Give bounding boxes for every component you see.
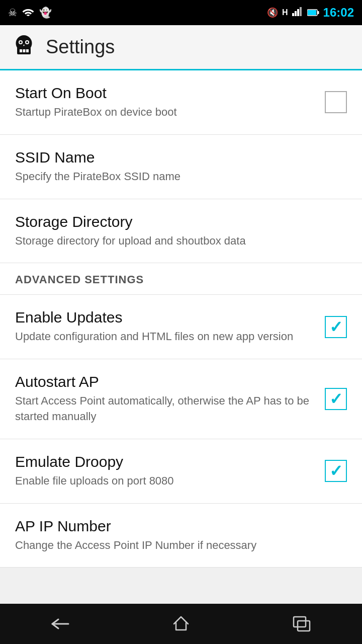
app-bar: Settings bbox=[0, 25, 362, 70]
battery-icon bbox=[307, 6, 319, 19]
svg-rect-14 bbox=[23, 49, 26, 52]
svg-rect-3 bbox=[300, 7, 302, 16]
svg-rect-1 bbox=[295, 11, 297, 16]
autostart-ap-checkbox[interactable] bbox=[325, 388, 347, 410]
svg-rect-13 bbox=[20, 49, 22, 52]
status-bar: ☠ 👻 🔇 H 16:02 bbox=[0, 0, 362, 25]
recent-apps-button[interactable] bbox=[287, 609, 317, 639]
setting-ssid-name-desc: Specify the PirateBox SSID name bbox=[15, 169, 337, 185]
setting-ap-ip-number-title: AP IP Number bbox=[15, 518, 337, 535]
setting-start-on-boot-desc: Startup PirateBox on device boot bbox=[15, 105, 315, 120]
setting-storage-directory-desc: Storage directory for upload and shoutbo… bbox=[15, 233, 337, 249]
setting-start-on-boot-text: Start On Boot Startup PirateBox on devic… bbox=[15, 85, 325, 120]
ghost-icon: 👻 bbox=[39, 7, 52, 19]
signal-strength-text: H bbox=[282, 8, 288, 17]
emulate-droopy-checkbox[interactable] bbox=[325, 460, 347, 482]
status-time: 16:02 bbox=[323, 6, 354, 20]
setting-ap-ip-number-text: AP IP Number Change the Access Point IP … bbox=[15, 518, 347, 553]
svg-rect-16 bbox=[294, 617, 306, 627]
svg-rect-0 bbox=[292, 13, 294, 16]
status-bar-right-icons: 🔇 H 16:02 bbox=[267, 6, 354, 20]
nav-bar bbox=[0, 604, 362, 644]
setting-emulate-droopy-desc: Enable file uploads on port 8080 bbox=[15, 473, 315, 489]
setting-autostart-ap[interactable]: Autostart AP Start Access Point automati… bbox=[0, 359, 362, 439]
status-bar-left-icons: ☠ 👻 bbox=[8, 7, 52, 19]
setting-autostart-ap-desc: Start Access Point automatically, otherw… bbox=[15, 393, 315, 425]
setting-ssid-name-title: SSID Name bbox=[15, 149, 337, 166]
setting-storage-directory-text: Storage Directory Storage directory for … bbox=[15, 213, 347, 249]
setting-emulate-droopy-title: Emulate Droopy bbox=[15, 453, 315, 470]
advanced-settings-label: ADVANCED SETTINGS bbox=[15, 273, 144, 286]
setting-emulate-droopy[interactable]: Emulate Droopy Enable file uploads on po… bbox=[0, 439, 362, 504]
wifi-icon bbox=[22, 7, 34, 19]
setting-enable-updates[interactable]: Enable Updates Update configuration and … bbox=[0, 295, 362, 359]
svg-point-12 bbox=[26, 41, 28, 43]
setting-ap-ip-number[interactable]: AP IP Number Change the Access Point IP … bbox=[0, 504, 362, 568]
svg-point-11 bbox=[20, 41, 22, 43]
setting-autostart-ap-text: Autostart AP Start Access Point automati… bbox=[15, 373, 325, 425]
skull-icon: ☠ bbox=[8, 7, 17, 19]
start-on-boot-checkbox[interactable] bbox=[325, 91, 347, 113]
setting-storage-directory-title: Storage Directory bbox=[15, 213, 337, 230]
setting-enable-updates-title: Enable Updates bbox=[15, 309, 315, 326]
settings-list: Start On Boot Startup PirateBox on devic… bbox=[0, 70, 362, 568]
back-button[interactable] bbox=[45, 609, 75, 639]
setting-start-on-boot[interactable]: Start On Boot Startup PirateBox on devic… bbox=[0, 70, 362, 135]
home-button[interactable] bbox=[166, 609, 196, 639]
setting-ssid-name[interactable]: SSID Name Specify the PirateBox SSID nam… bbox=[0, 135, 362, 199]
mute-icon: 🔇 bbox=[267, 7, 278, 18]
signal-icon bbox=[292, 6, 303, 19]
svg-rect-15 bbox=[26, 49, 29, 52]
setting-storage-directory[interactable]: Storage Directory Storage directory for … bbox=[0, 199, 362, 264]
setting-enable-updates-desc: Update configuration and HTML files on n… bbox=[15, 329, 315, 345]
setting-autostart-ap-title: Autostart AP bbox=[15, 373, 315, 390]
app-logo bbox=[10, 33, 38, 61]
setting-enable-updates-text: Enable Updates Update configuration and … bbox=[15, 309, 325, 345]
svg-rect-5 bbox=[308, 10, 316, 15]
advanced-settings-header: ADVANCED SETTINGS bbox=[0, 263, 362, 295]
app-title: Settings bbox=[46, 36, 115, 58]
setting-ap-ip-number-desc: Change the Access Point IP Number if nec… bbox=[15, 538, 337, 553]
svg-rect-2 bbox=[297, 9, 299, 16]
setting-emulate-droopy-text: Emulate Droopy Enable file uploads on po… bbox=[15, 453, 325, 489]
enable-updates-checkbox[interactable] bbox=[325, 316, 347, 338]
svg-rect-6 bbox=[317, 11, 319, 14]
setting-start-on-boot-title: Start On Boot bbox=[15, 85, 315, 102]
setting-ssid-name-text: SSID Name Specify the PirateBox SSID nam… bbox=[15, 149, 347, 185]
svg-rect-17 bbox=[298, 621, 310, 631]
